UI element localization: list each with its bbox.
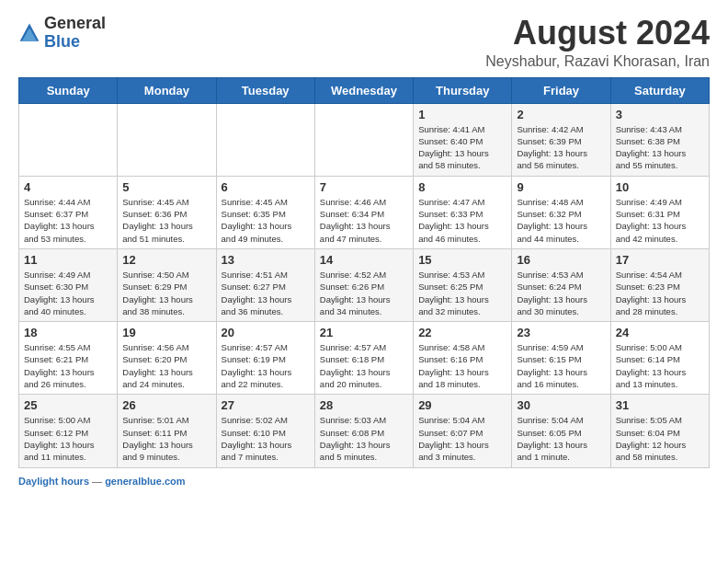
day-info-line: Daylight: 12 hours	[616, 439, 704, 451]
day-info-line: and 34 minutes.	[320, 305, 408, 317]
day-number: 25	[24, 398, 112, 412]
footer-source: generalblue.com	[105, 476, 185, 487]
day-info-line: Sunset: 6:05 PM	[517, 427, 605, 439]
day-number: 2	[517, 108, 605, 121]
day-info-line: and 20 minutes.	[320, 378, 408, 390]
day-number: 24	[616, 326, 704, 339]
day-info-line: Sunset: 6:10 PM	[222, 427, 310, 439]
calendar-cell: 3Sunrise: 4:43 AMSunset: 6:38 PMDaylight…	[610, 103, 709, 176]
day-info-line: Sunrise: 4:46 AM	[320, 196, 408, 208]
calendar-cell: 15Sunrise: 4:53 AMSunset: 6:25 PMDayligh…	[414, 248, 512, 321]
day-info-line: Sunset: 6:18 PM	[320, 353, 408, 365]
day-info-line: and 55 minutes.	[616, 159, 704, 171]
calendar-week-row: 18Sunrise: 4:55 AMSunset: 6:21 PMDayligh…	[19, 322, 710, 395]
day-info-line: Sunrise: 4:49 AM	[616, 196, 704, 208]
day-info-line: and 22 minutes.	[222, 378, 310, 390]
weekday-header: Friday	[512, 77, 610, 103]
calendar-cell	[118, 103, 216, 176]
calendar-body: 1Sunrise: 4:41 AMSunset: 6:40 PMDaylight…	[19, 103, 710, 467]
calendar-cell: 16Sunrise: 4:53 AMSunset: 6:24 PMDayligh…	[512, 248, 610, 321]
day-info-line: Sunset: 6:33 PM	[418, 208, 506, 220]
calendar-cell: 25Sunrise: 5:00 AMSunset: 6:12 PMDayligh…	[19, 395, 118, 467]
footer-note: Daylight hours — generalblue.com	[18, 476, 710, 487]
day-info-line: Sunrise: 4:58 AM	[418, 341, 506, 353]
day-info-line: Sunset: 6:31 PM	[616, 208, 704, 220]
day-info-line: and 3 minutes.	[418, 451, 506, 463]
day-info-line: Sunrise: 4:44 AM	[24, 196, 112, 208]
day-info-line: and 56 minutes.	[517, 159, 605, 171]
day-info-line: Sunrise: 5:03 AM	[320, 414, 408, 426]
day-info-line: Daylight: 13 hours	[616, 366, 704, 378]
day-info-line: Daylight: 13 hours	[24, 366, 112, 378]
day-number: 31	[616, 398, 704, 412]
day-number: 5	[122, 180, 210, 194]
day-info-line: Sunset: 6:16 PM	[418, 353, 506, 365]
day-info-line: Sunrise: 4:51 AM	[222, 269, 310, 281]
calendar-cell: 12Sunrise: 4:50 AMSunset: 6:29 PMDayligh…	[118, 248, 216, 321]
day-info-line: Daylight: 13 hours	[418, 220, 506, 232]
calendar-cell: 31Sunrise: 5:05 AMSunset: 6:04 PMDayligh…	[610, 395, 709, 467]
day-info-line: Sunset: 6:08 PM	[320, 427, 408, 439]
calendar-cell: 18Sunrise: 4:55 AMSunset: 6:21 PMDayligh…	[19, 322, 118, 395]
day-number: 20	[222, 326, 310, 339]
day-info-line: Sunset: 6:37 PM	[24, 208, 112, 220]
day-info-line: and 16 minutes.	[517, 378, 605, 390]
day-number: 15	[418, 253, 506, 267]
calendar-cell: 14Sunrise: 4:52 AMSunset: 6:26 PMDayligh…	[314, 248, 413, 321]
day-info-line: Daylight: 13 hours	[122, 293, 210, 305]
day-info-line: Daylight: 13 hours	[616, 220, 704, 232]
calendar-table: SundayMondayTuesdayWednesdayThursdayFrid…	[18, 77, 710, 468]
weekday-row: SundayMondayTuesdayWednesdayThursdayFrid…	[19, 77, 710, 103]
calendar-cell	[19, 103, 118, 176]
day-info-line: and 24 minutes.	[122, 378, 210, 390]
weekday-header: Tuesday	[216, 77, 314, 103]
day-number: 26	[122, 398, 210, 412]
calendar-cell: 2Sunrise: 4:42 AMSunset: 6:39 PMDaylight…	[512, 103, 610, 176]
day-info-line: and 40 minutes.	[24, 305, 112, 317]
day-info-line: Daylight: 13 hours	[24, 220, 112, 232]
day-number: 10	[616, 180, 704, 194]
day-number: 17	[616, 253, 704, 267]
day-info-line: Daylight: 13 hours	[24, 293, 112, 305]
day-info-line: Daylight: 13 hours	[222, 366, 310, 378]
day-info-line: Daylight: 13 hours	[320, 366, 408, 378]
day-info-line: Daylight: 13 hours	[517, 439, 605, 451]
day-info-line: Sunrise: 4:49 AM	[24, 269, 112, 281]
day-info-line: Sunset: 6:07 PM	[418, 427, 506, 439]
weekday-header: Thursday	[414, 77, 512, 103]
calendar-cell: 6Sunrise: 4:45 AMSunset: 6:35 PMDaylight…	[216, 176, 314, 248]
day-number: 13	[222, 253, 310, 267]
calendar-cell: 22Sunrise: 4:58 AMSunset: 6:16 PMDayligh…	[414, 322, 512, 395]
day-info-line: Sunset: 6:12 PM	[24, 427, 112, 439]
day-info-line: Sunset: 6:35 PM	[222, 208, 310, 220]
calendar-week-row: 1Sunrise: 4:41 AMSunset: 6:40 PMDaylight…	[19, 103, 710, 176]
calendar-week-row: 25Sunrise: 5:00 AMSunset: 6:12 PMDayligh…	[19, 395, 710, 467]
day-info-line: Sunset: 6:23 PM	[616, 281, 704, 293]
day-number: 11	[24, 253, 112, 267]
calendar-week-row: 4Sunrise: 4:44 AMSunset: 6:37 PMDaylight…	[19, 176, 710, 248]
calendar-cell: 26Sunrise: 5:01 AMSunset: 6:11 PMDayligh…	[118, 395, 216, 467]
day-info-line: Sunrise: 4:59 AM	[517, 341, 605, 353]
day-info-line: Sunset: 6:15 PM	[517, 353, 605, 365]
day-info-line: Daylight: 13 hours	[517, 293, 605, 305]
day-info-line: Sunrise: 5:00 AM	[24, 414, 112, 426]
day-info-line: and 7 minutes.	[222, 451, 310, 463]
calendar-cell: 10Sunrise: 4:49 AMSunset: 6:31 PMDayligh…	[610, 176, 709, 248]
footer-label: Daylight hours	[18, 476, 89, 487]
month-year: August 2024	[485, 15, 710, 52]
day-info-line: and 1 minute.	[517, 451, 605, 463]
day-info-line: Daylight: 13 hours	[320, 220, 408, 232]
day-info-line: Sunrise: 4:48 AM	[517, 196, 605, 208]
day-info-line: Daylight: 13 hours	[517, 366, 605, 378]
day-number: 12	[122, 253, 210, 267]
day-info-line: Sunrise: 4:47 AM	[418, 196, 506, 208]
day-info-line: and 44 minutes.	[517, 233, 605, 245]
day-info-line: and 46 minutes.	[418, 233, 506, 245]
day-number: 22	[418, 326, 506, 339]
day-info-line: Sunrise: 4:45 AM	[122, 196, 210, 208]
day-info-line: Sunrise: 4:54 AM	[616, 269, 704, 281]
day-info-line: Sunset: 6:39 PM	[517, 135, 605, 147]
day-info-line: Daylight: 13 hours	[222, 293, 310, 305]
day-info-line: Sunset: 6:30 PM	[24, 281, 112, 293]
day-number: 18	[24, 326, 112, 339]
